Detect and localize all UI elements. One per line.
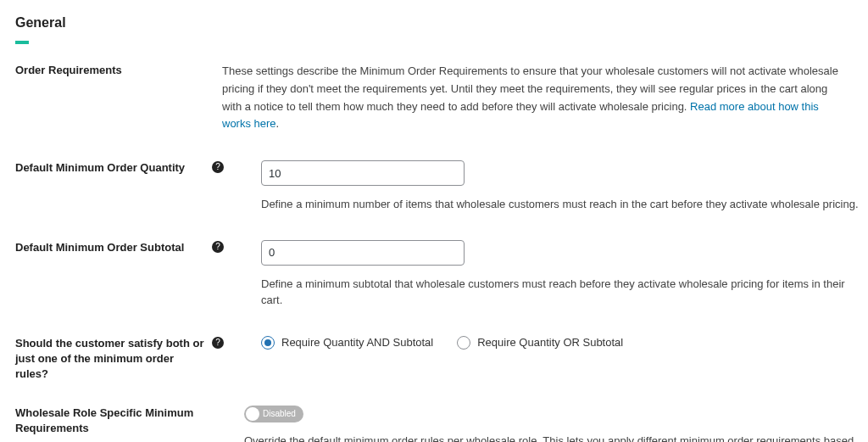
radio-require-and[interactable]: Require Quantity AND Subtotal <box>261 336 433 350</box>
min-order-qty-label: Default Minimum Order Quantity <box>15 160 185 176</box>
help-icon[interactable]: ? <box>212 161 224 173</box>
role-specific-label: Wholesale Role Specific Minimum Requirem… <box>15 406 207 436</box>
help-icon[interactable]: ? <box>212 337 224 349</box>
min-order-subtotal-label: Default Minimum Order Subtotal <box>15 240 184 255</box>
section-role-specific: Wholesale Role Specific Minimum Requirem… <box>15 406 860 442</box>
toggle-state-text: Disabled <box>263 410 296 418</box>
section-satisfy-rule: Should the customer satisfy both or just… <box>15 336 860 383</box>
order-requirements-description: These settings describe the Minimum Orde… <box>222 63 849 133</box>
order-requirements-label: Order Requirements <box>15 63 207 78</box>
min-order-subtotal-input[interactable] <box>261 240 465 266</box>
radio-or-label: Require Quantity OR Subtotal <box>477 336 623 349</box>
satisfy-rule-label: Should the customer satisfy both or just… <box>15 336 205 383</box>
toggle-knob-icon <box>246 407 259 421</box>
section-order-requirements: Order Requirements These settings descri… <box>15 63 860 133</box>
radio-require-or[interactable]: Require Quantity OR Subtotal <box>457 336 623 350</box>
min-order-subtotal-help: Define a minimum subtotal that wholesale… <box>261 276 860 309</box>
radio-icon <box>261 336 275 350</box>
page-title: General <box>15 15 860 31</box>
radio-icon <box>457 336 470 350</box>
min-order-qty-help: Define a minimum number of items that wh… <box>261 196 860 213</box>
radio-and-label: Require Quantity AND Subtotal <box>281 336 433 349</box>
min-order-qty-input[interactable] <box>261 160 465 186</box>
accent-bar <box>15 41 29 44</box>
section-min-order-qty: Default Minimum Order Quantity ? Define … <box>15 160 860 213</box>
role-specific-toggle[interactable]: Disabled <box>244 406 303 422</box>
satisfy-rule-radio-group: Require Quantity AND Subtotal Require Qu… <box>261 336 860 350</box>
help-icon[interactable]: ? <box>212 241 224 253</box>
role-specific-help: Override the default minimum order rules… <box>244 433 860 442</box>
section-min-order-subtotal: Default Minimum Order Subtotal ? Define … <box>15 240 860 309</box>
